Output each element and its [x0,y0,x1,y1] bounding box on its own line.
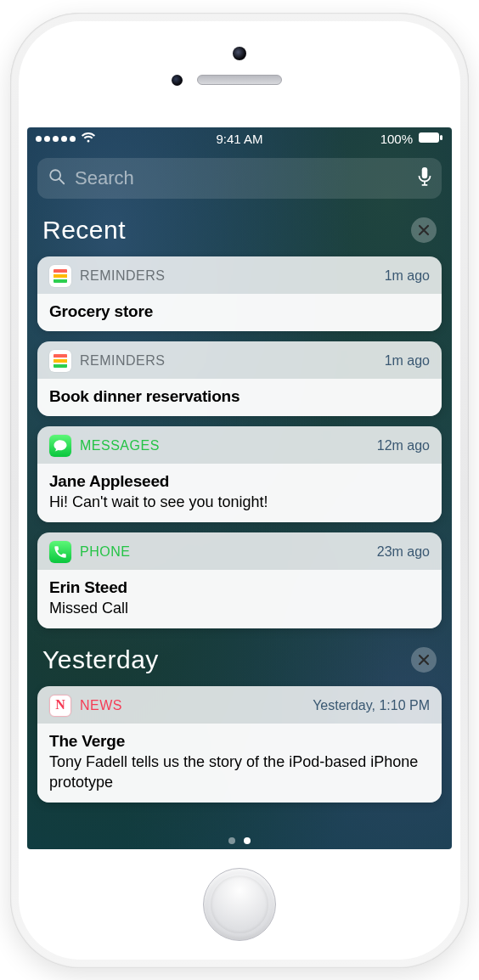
notification-time: 1m ago [385,268,430,284]
section-header-yesterday: Yesterday [37,639,442,676]
status-bar: 9:41 AM 100% [27,127,452,151]
status-bar-time: 9:41 AM [163,132,316,146]
notification-time: 23m ago [377,544,430,560]
svg-rect-4 [422,167,428,178]
page-dot[interactable] [228,837,235,844]
app-label: MESSAGES [80,438,160,453]
search-input[interactable] [75,167,409,189]
notification-title: Erin Steed [49,578,430,597]
notification-time: 1m ago [385,353,430,369]
page-dot[interactable] [244,837,251,844]
svg-rect-0 [419,132,439,143]
notification-center-screen: 9:41 AM 100% [27,127,452,849]
notification-list[interactable]: Recent REMINDERS 1m ago Grocery store [27,209,452,831]
app-label: REMINDERS [80,353,166,369]
notification-body: Tony Fadell tells us the story of the iP… [49,752,430,792]
notification-title: Grocery store [49,302,430,321]
notification-time: 12m ago [377,438,430,453]
clear-section-button[interactable] [411,217,437,243]
clear-section-button[interactable] [411,647,437,673]
notification-card[interactable]: N NEWS Yesterday, 1:10 PM The Verge Tony… [37,686,442,803]
iphone-device-frame: 9:41 AM 100% [10,13,469,968]
notification-card[interactable]: REMINDERS 1m ago Book dinner reservation… [37,341,442,416]
section-header-recent: Recent [37,209,442,246]
battery-icon [418,132,443,146]
signal-strength-icon [36,136,76,142]
app-label: REMINDERS [80,268,166,284]
front-sensor [233,47,246,60]
notification-title: Book dinner reservations [49,387,430,406]
notification-card[interactable]: PHONE 23m ago Erin Steed Missed Call [37,532,442,628]
spotlight-search-bar[interactable] [37,158,442,199]
reminders-app-icon [49,350,71,372]
search-icon [48,167,66,189]
dictation-icon[interactable] [418,166,431,190]
news-app-icon: N [49,695,71,717]
wifi-icon [81,132,96,146]
reminders-app-icon [49,265,71,287]
notification-title: Jane Appleseed [49,472,430,491]
app-label: NEWS [80,698,122,713]
notification-card[interactable]: REMINDERS 1m ago Grocery store [37,256,442,331]
notification-body: Hi! Can't wait to see you tonight! [49,493,430,512]
svg-rect-1 [440,135,442,140]
messages-app-icon [49,435,71,457]
front-camera [172,75,183,86]
svg-line-3 [59,179,64,183]
notification-time: Yesterday, 1:10 PM [313,698,430,713]
app-label: PHONE [80,544,130,560]
notification-card[interactable]: MESSAGES 12m ago Jane Appleseed Hi! Can'… [37,426,442,522]
phone-app-icon [49,541,71,563]
home-button[interactable] [203,868,276,941]
earpiece-speaker [197,75,282,85]
battery-percentage: 100% [380,132,413,146]
section-title: Yesterday [42,645,159,674]
section-title: Recent [42,216,126,245]
page-indicator[interactable] [27,831,452,849]
notification-title: The Verge [49,732,430,751]
svg-point-2 [50,170,60,180]
notification-body: Missed Call [49,599,430,618]
